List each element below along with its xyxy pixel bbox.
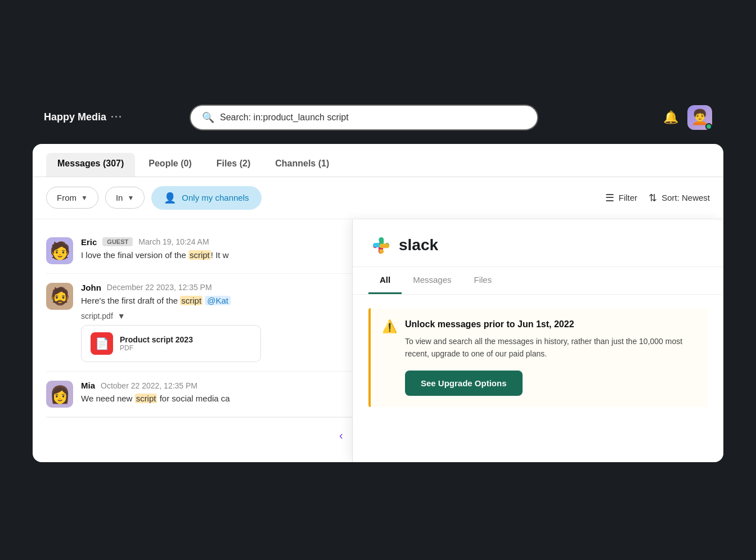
in-chevron-icon: ▼ xyxy=(127,194,134,202)
in-filter-button[interactable]: In ▼ xyxy=(105,187,145,209)
message-sender-name: Eric xyxy=(81,237,97,247)
tab-messages-label: Messages (307) xyxy=(57,159,124,168)
sort-icon: ⇅ xyxy=(649,192,657,204)
warning-icon: ⚠️ xyxy=(382,319,397,396)
header-right: 🔔 🧑‍🦱 xyxy=(663,105,712,130)
person-icon: 👤 xyxy=(164,192,176,204)
tab-files-label: Files (2) xyxy=(217,159,250,168)
filters-row: From ▼ In ▼ 👤 Only my channels ☰ Filter … xyxy=(33,177,723,219)
upgrade-tabs: All Messages Files xyxy=(353,267,723,295)
upgrade-header: slack xyxy=(353,219,723,267)
search-icon: 🔍 xyxy=(202,111,214,124)
sort-button[interactable]: ⇅ Sort: Newest xyxy=(649,192,710,204)
bell-icon[interactable]: 🔔 xyxy=(663,110,678,125)
upgrade-notice-desc: To view and search all the messages in h… xyxy=(405,335,696,360)
in-filter-label: In xyxy=(116,193,123,202)
upgrade-tab-messages[interactable]: Messages xyxy=(402,267,462,294)
upgrade-tab-all-label: All xyxy=(380,275,390,284)
avatar: 👩 xyxy=(46,381,73,408)
message-text-before: I love the final version of the xyxy=(81,250,188,260)
message-highlight: script xyxy=(180,296,202,305)
slack-logo: slack xyxy=(368,233,708,258)
attachment-chevron-icon: ▼ xyxy=(118,311,125,320)
pdf-attachment[interactable]: 📄 Product script 2023 PDF xyxy=(81,325,261,362)
message-timestamp: December 22 2023, 12:35 PM xyxy=(107,283,212,292)
tab-people-label: People (0) xyxy=(148,159,191,168)
guest-badge: GUEST xyxy=(102,237,133,246)
workspace-label: Happy Media xyxy=(44,111,106,123)
upgrade-tab-all[interactable]: All xyxy=(368,267,402,294)
message-text-before: Here's the first draft of the xyxy=(81,296,180,305)
header: Happy Media ··· 🔍 Search: in:product_lau… xyxy=(33,98,723,137)
filter-sort-group: ☰ Filter ⇅ Sort: Newest xyxy=(605,192,710,204)
upgrade-cta-button[interactable]: See Upgrade Options xyxy=(405,371,523,396)
online-status-dot xyxy=(705,123,712,130)
tab-channels[interactable]: Channels (1) xyxy=(264,153,340,177)
search-tabs: Messages (307) People (0) Files (2) Chan… xyxy=(33,144,723,177)
message-timestamp: March 19, 10:24 AM xyxy=(138,237,209,246)
avatar: 🧑 xyxy=(46,237,73,264)
attachment-label: script.pdf xyxy=(81,311,113,320)
pdf-info: Product script 2023 PDF xyxy=(120,335,193,352)
tab-people[interactable]: People (0) xyxy=(137,153,202,177)
tab-files[interactable]: Files (2) xyxy=(205,153,262,177)
upgrade-tab-files-label: Files xyxy=(474,275,492,284)
search-input[interactable]: Search: in:product_launch script xyxy=(220,112,349,123)
upgrade-tab-messages-label: Messages xyxy=(413,275,451,284)
tab-messages[interactable]: Messages (307) xyxy=(46,153,135,177)
sort-label: Sort: Newest xyxy=(662,193,710,202)
slack-logo-text: slack xyxy=(399,236,438,254)
upgrade-cta-label: See Upgrade Options xyxy=(421,378,507,388)
filter-lines-icon: ☰ xyxy=(605,192,614,204)
channels-filter-label: Only my channels xyxy=(182,193,249,202)
avatar: 🧔 xyxy=(46,283,73,310)
message-text-after: for social media ca xyxy=(157,394,230,403)
only-my-channels-button[interactable]: 👤 Only my channels xyxy=(151,186,261,210)
app-wrapper: Happy Media ··· 🔍 Search: in:product_lau… xyxy=(24,89,732,472)
message-mention: @Kat xyxy=(205,296,231,305)
message-timestamp: October 22 2022, 12:35 PM xyxy=(101,381,197,390)
upgrade-notice-title: Unlock messages prior to Jun 1st, 2022 xyxy=(405,319,696,329)
upgrade-tab-files[interactable]: Files xyxy=(463,267,503,294)
message-highlight: script xyxy=(135,394,158,403)
message-sender-name: John xyxy=(81,283,101,292)
from-filter-label: From xyxy=(57,193,76,202)
search-bar[interactable]: 🔍 Search: in:product_launch script xyxy=(190,105,538,130)
user-avatar-wrap[interactable]: 🧑‍🦱 xyxy=(687,105,712,130)
message-text-after: ! It w xyxy=(211,250,229,260)
prev-page-button[interactable]: ‹ xyxy=(339,429,343,442)
message-highlight: script xyxy=(188,250,211,260)
upgrade-notice: ⚠️ Unlock messages prior to Jun 1st, 202… xyxy=(368,308,708,407)
filter-label: Filter xyxy=(619,193,637,202)
upgrade-body: ⚠️ Unlock messages prior to Jun 1st, 202… xyxy=(353,295,723,463)
workspace-name: Happy Media ··· xyxy=(44,111,123,123)
upgrade-overlay: slack All Messages Files ⚠ xyxy=(352,219,723,463)
message-text-before: We need new xyxy=(81,394,135,403)
upgrade-notice-content: Unlock messages prior to Jun 1st, 2022 T… xyxy=(405,319,696,396)
from-filter-button[interactable]: From ▼ xyxy=(46,187,98,209)
slack-logo-icon xyxy=(368,233,393,258)
message-sender-name: Mia xyxy=(81,381,95,390)
pdf-icon: 📄 xyxy=(91,332,113,355)
pdf-name: Product script 2023 xyxy=(120,335,193,344)
filter-button[interactable]: ☰ Filter xyxy=(605,192,637,204)
messages-list: 🧑 Eric GUEST March 19, 10:24 AM I love t… xyxy=(33,219,723,463)
workspace-menu-dots[interactable]: ··· xyxy=(111,111,123,123)
from-chevron-icon: ▼ xyxy=(81,194,88,202)
tab-channels-label: Channels (1) xyxy=(275,159,329,168)
main-panel: Messages (307) People (0) Files (2) Chan… xyxy=(33,144,723,463)
pdf-type: PDF xyxy=(120,344,193,352)
